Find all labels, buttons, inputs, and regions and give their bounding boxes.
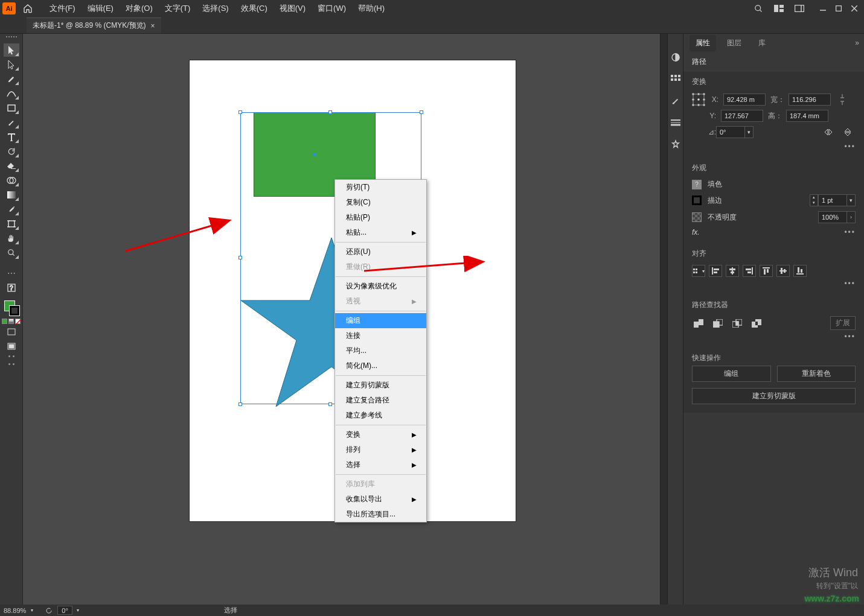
zoom-level[interactable]: 88.89%▾ (4, 607, 33, 614)
eyedropper-tool[interactable] (4, 203, 19, 216)
align-mode-dropdown[interactable]: ▾ (692, 265, 705, 277)
context-menu-item[interactable]: 还原(U) (335, 244, 426, 259)
tab-libraries[interactable]: 库 (752, 35, 772, 51)
pathfinder-more-icon[interactable]: ••• (692, 332, 856, 341)
height-input[interactable]: 187.4 mm (786, 110, 828, 122)
x-input[interactable]: 92.428 m (723, 94, 766, 106)
screen-mode-icon[interactable] (4, 340, 19, 353)
zoom-tool[interactable] (4, 246, 19, 259)
menu-effect[interactable]: 效果(C) (235, 1, 274, 16)
stroke-swatch-box[interactable] (692, 195, 702, 205)
context-menu-item[interactable]: 排列▶ (335, 442, 426, 457)
vertical-scrollbar[interactable] (660, 34, 667, 605)
opacity-swatch-box[interactable] (692, 212, 702, 222)
workspace-switcher-icon[interactable] (792, 2, 807, 15)
flip-vertical-icon[interactable] (840, 125, 856, 139)
menu-view[interactable]: 视图(V) (274, 1, 312, 16)
stroke-swatch[interactable] (9, 305, 20, 316)
rectangle-tool[interactable] (4, 101, 19, 115)
type-tool[interactable] (4, 130, 19, 144)
home-icon[interactable] (21, 1, 35, 16)
align-hcenter-icon[interactable] (726, 265, 739, 277)
context-menu-item[interactable]: 选择▶ (335, 457, 426, 472)
context-menu-item[interactable]: 变换▶ (335, 427, 426, 442)
transform-more-icon[interactable]: ••• (692, 142, 856, 151)
angle-dropdown-icon[interactable]: ▾ (745, 126, 754, 138)
tab-layers[interactable]: 图层 (721, 35, 747, 51)
appearance-more-icon[interactable]: ••• (844, 228, 856, 237)
close-tab-icon[interactable]: × (151, 22, 155, 30)
stroke-weight-input[interactable]: 1 pt (818, 194, 847, 206)
search-icon[interactable] (750, 2, 766, 15)
context-menu-item[interactable]: 连接 (335, 328, 426, 343)
canvas[interactable]: 剪切(T)复制(C)粘贴(P)粘贴...▶还原(U)重做(R)设为像素级优化透视… (23, 34, 660, 605)
menu-select[interactable]: 选择(S) (196, 1, 234, 16)
paintbrush-tool[interactable] (4, 116, 19, 129)
eraser-tool[interactable] (4, 159, 19, 173)
rotate-tool[interactable] (4, 145, 19, 158)
align-bottom-icon[interactable] (793, 265, 807, 277)
reference-point-icon[interactable] (692, 93, 705, 106)
dock-symbols-icon[interactable] (670, 139, 681, 150)
context-menu-item[interactable]: 编组 (335, 313, 426, 328)
quick-recolor-button[interactable]: 重新着色 (777, 366, 856, 382)
window-close-icon[interactable] (847, 2, 862, 15)
artboard-tool[interactable] (4, 217, 19, 230)
flip-horizontal-icon[interactable] (821, 125, 836, 139)
align-vcenter-icon[interactable] (776, 265, 790, 277)
pathfinder-minus-front-icon[interactable] (711, 317, 725, 329)
context-menu-item[interactable]: 收集以导出▶ (335, 492, 426, 507)
menu-help[interactable]: 帮助(H) (352, 1, 391, 16)
pathfinder-intersect-icon[interactable] (731, 317, 744, 329)
arrange-documents-icon[interactable] (771, 2, 787, 15)
align-right-icon[interactable] (743, 265, 756, 277)
context-menu-item[interactable]: 平均... (335, 343, 426, 358)
opacity-input[interactable]: 100% (818, 211, 847, 223)
menu-window[interactable]: 窗口(W) (312, 1, 352, 16)
opacity-dropdown-icon[interactable]: › (847, 211, 856, 223)
dock-stroke-icon[interactable] (670, 117, 681, 128)
selection-tool[interactable] (4, 43, 19, 57)
menu-type[interactable]: 文字(T) (159, 1, 197, 16)
dock-swatches-icon[interactable] (670, 74, 681, 84)
angle-input[interactable]: 0° (716, 126, 745, 138)
width-input[interactable]: 116.296 (789, 94, 831, 106)
stroke-stepper[interactable]: ▴▾ (810, 194, 818, 206)
tab-properties[interactable]: 属性 (690, 35, 716, 51)
context-menu-item[interactable]: 设为像素级优化 (335, 279, 426, 294)
shape-builder-tool[interactable] (4, 174, 19, 187)
align-top-icon[interactable] (760, 265, 773, 277)
fill-stroke-swatches[interactable] (3, 299, 20, 316)
draw-mode-icon[interactable] (4, 325, 19, 338)
align-more-icon[interactable]: ••• (692, 279, 856, 288)
context-menu-item[interactable]: 建立剪切蒙版 (335, 378, 426, 393)
window-minimize-icon[interactable] (816, 2, 830, 15)
context-menu-item[interactable]: 复制(C) (335, 195, 426, 210)
link-wh-icon[interactable] (839, 93, 845, 106)
menu-object[interactable]: 对象(O) (120, 1, 159, 16)
context-menu-item[interactable]: 建立复合路径 (335, 393, 426, 408)
document-tab[interactable]: 未标题-1* @ 88.89 % (CMYK/预览) × (27, 17, 161, 33)
align-left-icon[interactable] (709, 265, 722, 277)
gradient-tool[interactable] (4, 188, 19, 202)
dock-brushes-icon[interactable] (670, 95, 681, 106)
panel-collapse-icon[interactable]: » (850, 36, 864, 49)
pathfinder-expand-button[interactable]: 扩展 (830, 316, 856, 330)
fx-label[interactable]: fx. (692, 228, 700, 237)
toolbox-grabber[interactable] (3, 36, 20, 41)
fill-swatch-box[interactable]: ? (692, 180, 702, 189)
menu-edit[interactable]: 编辑(E) (82, 1, 120, 16)
pen-tool[interactable] (4, 72, 19, 86)
window-maximize-icon[interactable] (831, 2, 846, 15)
direct-selection-tool[interactable] (4, 58, 19, 71)
pathfinder-unite-icon[interactable] (692, 317, 705, 329)
dock-color-icon[interactable] (670, 52, 681, 63)
context-menu-item[interactable]: 简化(M)... (335, 358, 426, 373)
menu-file[interactable]: 文件(F) (43, 1, 82, 16)
context-menu-item[interactable]: 导出所选项目... (335, 507, 426, 522)
rotate-view[interactable]: 0°▾ (45, 606, 79, 615)
quick-group-button[interactable]: 编组 (692, 366, 771, 382)
context-menu-item[interactable]: 建立参考线 (335, 408, 426, 423)
edit-toolbar-icon[interactable]: ⋯ (4, 267, 19, 280)
stroke-weight-dropdown-icon[interactable]: ▾ (847, 194, 856, 206)
